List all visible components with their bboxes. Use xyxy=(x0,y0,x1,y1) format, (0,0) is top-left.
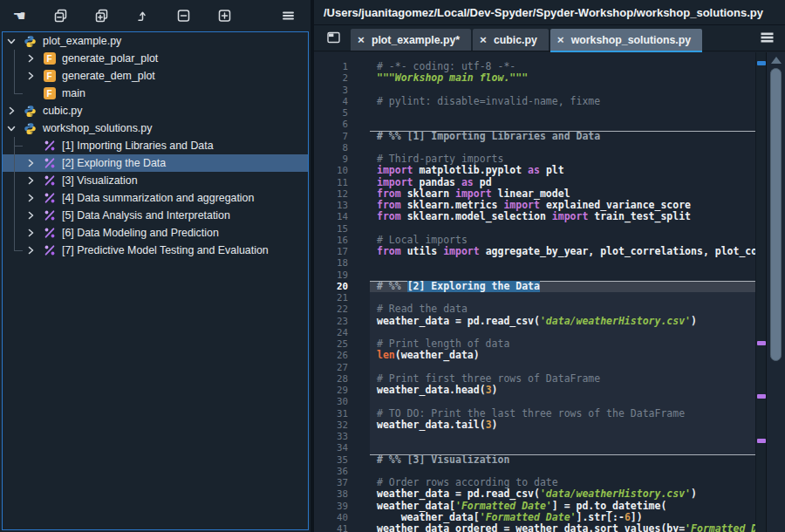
tab-workshop_solutions.py[interactable]: ×workshop_solutions.py xyxy=(550,29,702,51)
chevron-right-icon[interactable] xyxy=(22,172,39,189)
close-tab-icon[interactable]: × xyxy=(557,34,564,45)
code-line-1[interactable]: 1# -*- coding: utf-8 -*- xyxy=(314,61,755,72)
code-line-8[interactable]: 8 xyxy=(314,142,755,153)
code-line-27[interactable]: 27 xyxy=(314,362,755,373)
code-text xyxy=(370,142,755,153)
chevron-down-icon[interactable] xyxy=(3,119,20,137)
code-line-20[interactable]: 20# %% [2] Exploring the Data xyxy=(314,281,755,292)
chevron-right-icon[interactable] xyxy=(3,102,20,119)
code-text: weather_data = pd.read_csv('data/weather… xyxy=(370,316,755,327)
code-line-40[interactable]: 40 weather_data['Formatted Date'].str[:-… xyxy=(314,512,755,523)
go-to-cursor-icon[interactable]: ☚ xyxy=(6,3,32,28)
code-line-2[interactable]: 2"""Workshop main flow.""" xyxy=(314,72,755,84)
line-number: 6 xyxy=(314,119,349,130)
code-line-35[interactable]: 35# %% [3] Visualization xyxy=(314,454,755,466)
code-line-31[interactable]: 31# TO DO: Print the last three rows of … xyxy=(314,408,755,419)
editor-tabbar: ×plot_example.py*×cubic.py×workshop_solu… xyxy=(314,25,785,51)
tree-item-5-data-analysis-and-interpretation[interactable]: [5] Data Analysis and Interpretation xyxy=(3,207,308,224)
chevron-right-icon[interactable] xyxy=(22,154,39,172)
code-line-3[interactable]: 3 xyxy=(314,85,755,96)
code-line-13[interactable]: 13from sklearn.metrics import explained_… xyxy=(314,200,755,211)
code-line-12[interactable]: 12from sklearn import linear_model xyxy=(314,188,755,200)
chevron-right-icon[interactable] xyxy=(22,242,39,259)
tree-item-generate-polar-plot[interactable]: Fgenerate_polar_plot xyxy=(3,50,308,67)
code-line-4[interactable]: 4# pylint: disable=invalid-name, fixme xyxy=(314,96,755,107)
code-line-38[interactable]: 38weather_data = pd.read_csv('data/weath… xyxy=(314,488,755,500)
tree-item-4-data-summarization-and-aggregation[interactable]: [4] Data summarization and aggregation xyxy=(3,189,308,207)
code-line-33[interactable]: 33 xyxy=(314,431,755,442)
tree-item-plot-example-py[interactable]: plot_example.py xyxy=(3,32,308,50)
code-line-41[interactable]: 41weather_data_ordered = weather_data.so… xyxy=(314,523,755,532)
line-number: 7 xyxy=(314,131,349,142)
tab-plot_example.py-[interactable]: ×plot_example.py* xyxy=(351,29,471,51)
code-line-18[interactable]: 18 xyxy=(314,257,755,269)
code-line-21[interactable]: 21 xyxy=(314,292,755,304)
editor-options-menu-icon[interactable] xyxy=(757,30,776,45)
code-line-28[interactable]: 28# Print first three rows of DataFrame xyxy=(314,373,755,385)
code-text: weather_data['Formatted Date'].str[:-6]) xyxy=(370,512,755,523)
code-line-36[interactable]: 36 xyxy=(314,466,755,477)
code-line-29[interactable]: 29weather_data.head(3) xyxy=(314,385,755,396)
scrollbar-thumb[interactable] xyxy=(770,68,782,361)
code-line-19[interactable]: 19 xyxy=(314,269,755,281)
code-line-24[interactable]: 24 xyxy=(314,327,755,338)
expand-all-icon[interactable] xyxy=(211,3,237,28)
code-text: len(weather_data) xyxy=(370,350,755,361)
code-line-17[interactable]: 17from utils import aggregate_by_year, p… xyxy=(314,246,755,257)
collapse-all-icon[interactable] xyxy=(170,3,196,28)
chevron-right-icon[interactable] xyxy=(22,189,39,207)
code-line-7[interactable]: 7# %% [1] Importing Libraries and Data xyxy=(314,131,755,142)
options-menu-icon[interactable] xyxy=(275,3,301,28)
tree-item-3-visualization[interactable]: [3] Visualization xyxy=(3,172,308,189)
close-tab-icon[interactable]: × xyxy=(358,34,365,45)
code-line-25[interactable]: 25# Print length of data xyxy=(314,338,755,350)
code-line-23[interactable]: 23weather_data = pd.read_csv('data/weath… xyxy=(314,316,755,327)
code-line-26[interactable]: 26len(weather_data) xyxy=(314,350,755,361)
close-tab-icon[interactable]: × xyxy=(480,34,487,45)
tree-item-cubic-py[interactable]: cubic.py xyxy=(3,102,308,119)
tree-item-7-predictive-model-testing-and-evaluation[interactable]: [7] Predictive Model Testing and Evaluat… xyxy=(3,242,308,259)
line-number: 2 xyxy=(314,72,349,84)
code-line-16[interactable]: 16# Local imports xyxy=(314,235,755,246)
browse-tabs-icon[interactable] xyxy=(323,28,344,47)
code-text: weather_data.head(3) xyxy=(370,385,755,396)
scroll-up-arrow-icon[interactable] xyxy=(771,57,782,64)
code-text: from sklearn.metrics import explained_va… xyxy=(370,200,755,211)
code-line-9[interactable]: 9# Third-party imports xyxy=(314,153,755,165)
code-line-5[interactable]: 5 xyxy=(314,107,755,119)
expand-section-icon[interactable] xyxy=(88,3,114,28)
code-line-39[interactable]: 39weather_data['Formatted Date'] = pd.to… xyxy=(314,501,755,512)
collapse-section-icon[interactable] xyxy=(47,3,73,28)
code-line-14[interactable]: 14from sklearn.model_selection import tr… xyxy=(314,211,755,222)
code-line-15[interactable]: 15 xyxy=(314,223,755,235)
tree-item-main[interactable]: Fmain xyxy=(3,85,308,102)
code-line-34[interactable]: 34 xyxy=(314,442,755,454)
tree-item-generate-dem-plot[interactable]: Fgenerate_dem_plot xyxy=(3,67,308,85)
tab-cubic.py[interactable]: ×cubic.py xyxy=(473,29,549,51)
chevron-right-icon[interactable] xyxy=(22,50,39,67)
outline-tree[interactable]: plot_example.pyFgenerate_polar_plotFgene… xyxy=(2,31,309,530)
chevron-right-icon[interactable] xyxy=(22,67,39,85)
code-line-10[interactable]: 10import matplotlib.pyplot as plt xyxy=(314,165,755,176)
code-line-30[interactable]: 30 xyxy=(314,396,755,407)
chevron-down-icon[interactable] xyxy=(3,32,20,50)
chevron-right-icon[interactable] xyxy=(22,224,39,242)
chevron-right-icon[interactable] xyxy=(22,207,39,224)
tree-item-6-data-modeling-and-prediction[interactable]: [6] Data Modeling and Prediction xyxy=(3,224,308,242)
line-number: 30 xyxy=(314,396,349,407)
cell-icon xyxy=(43,244,56,257)
code-line-37[interactable]: 37# Order rows according to date xyxy=(314,477,755,488)
tab-label: workshop_solutions.py xyxy=(571,34,691,46)
code-line-11[interactable]: 11import pandas as pd xyxy=(314,177,755,188)
tree-item-2-exploring-the-data[interactable]: [2] Exploring the Data xyxy=(3,154,308,172)
go-to-parent-icon[interactable] xyxy=(129,3,155,28)
scroll-flag-marker xyxy=(757,439,766,443)
code-editor[interactable]: 1# -*- coding: utf-8 -*-2"""Workshop mai… xyxy=(314,52,785,532)
tree-item-label: [7] Predictive Model Testing and Evaluat… xyxy=(62,244,269,256)
editor-scrollbar[interactable] xyxy=(766,52,785,532)
code-line-6[interactable]: 6 xyxy=(314,119,755,130)
tree-item-workshop-solutions-py[interactable]: workshop_solutions.py xyxy=(3,119,308,137)
code-line-32[interactable]: 32weather_data.tail(3) xyxy=(314,419,755,431)
tree-item-1-importing-libraries-and-data[interactable]: [1] Importing Libraries and Data xyxy=(3,137,308,154)
code-line-22[interactable]: 22# Read the data xyxy=(314,304,755,315)
